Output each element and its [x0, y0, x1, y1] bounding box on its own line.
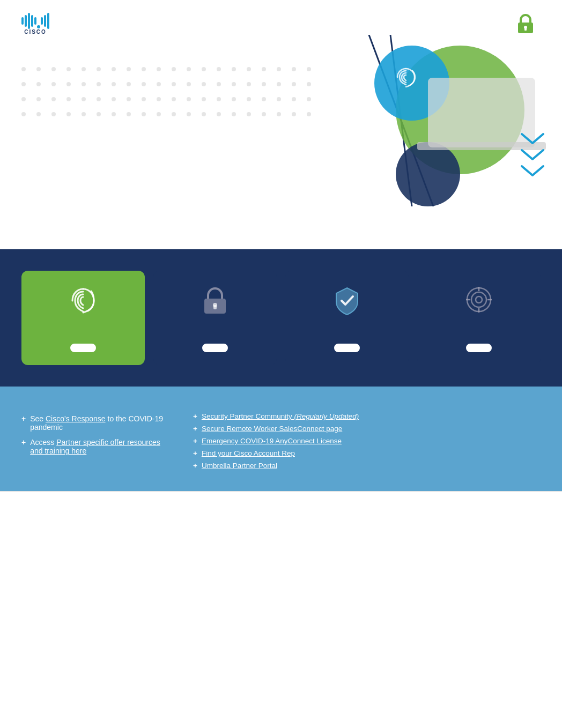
page-footer [0, 491, 562, 509]
partner-link-item-anyconnect: Emergency COVID-19 AnyConnect License [193, 437, 541, 445]
svg-rect-6 [41, 17, 43, 25]
svg-point-5 [37, 25, 40, 28]
partner-resources-section: See Cisco's Response to the COVID-19 pan… [0, 387, 562, 491]
duo-learn-more-button[interactable] [70, 344, 96, 352]
anyconnect-lock-icon [201, 286, 229, 318]
partner-link-item-umbrella: Umbrella Partner Portal [193, 462, 541, 470]
lock-header-icon [516, 13, 535, 36]
umbrella-card [285, 271, 409, 365]
svg-point-22 [467, 288, 491, 311]
partner-link-item-salesconnect: Secure Remote Worker SalesConnect page [193, 425, 541, 433]
svg-rect-7 [44, 15, 46, 27]
fingerprint-hero-icon [393, 64, 419, 95]
umbrella-partner-link[interactable]: Umbrella Partner Portal [202, 462, 277, 470]
svg-rect-21 [213, 305, 217, 309]
account-rep-link[interactable]: Find your Cisco Account Rep [202, 449, 295, 457]
svg-rect-8 [47, 13, 49, 29]
hero-lines-svg [262, 35, 562, 206]
main-content [0, 228, 562, 239]
cisco-response-link[interactable]: Cisco's Response [46, 414, 106, 423]
cisco-logo: CISCO [21, 13, 58, 35]
duo-fingerprint-icon [68, 286, 98, 318]
partner-link-item-account-rep: Find your Cisco Account Rep [193, 449, 541, 457]
svg-rect-0 [21, 17, 24, 25]
cisco-logo-svg [21, 13, 49, 29]
svg-rect-2 [28, 13, 30, 29]
umbrella-shield-icon [333, 286, 361, 318]
umbrella-learn-more-button[interactable] [334, 344, 360, 352]
product-cards-section [0, 249, 562, 387]
svg-rect-11 [524, 27, 527, 31]
amp-card [417, 271, 541, 365]
partner-right-column: Security Partner Community (Regularly Up… [193, 404, 541, 474]
covid-anyconnect-link[interactable]: Emergency COVID-19 AnyConnect License [202, 437, 342, 445]
chevrons-decoration [519, 131, 546, 179]
svg-rect-4 [34, 17, 36, 25]
partner-left-column: See Cisco's Response to the COVID-19 pan… [21, 404, 172, 474]
cisco-wordmark: CISCO [24, 29, 47, 35]
anyconnect-learn-more-button[interactable] [202, 344, 228, 352]
partner-links-list: Security Partner Community (Regularly Up… [193, 412, 541, 470]
hero-graphics [262, 35, 562, 206]
partner-left-list: See Cisco's Response to the COVID-19 pan… [21, 414, 172, 455]
svg-point-24 [476, 296, 482, 303]
svg-rect-3 [31, 15, 33, 27]
page-header: CISCO [0, 0, 562, 35]
svg-rect-1 [25, 15, 27, 27]
partner-link-item-community: Security Partner Community (Regularly Up… [193, 412, 541, 420]
security-community-link[interactable]: Security Partner Community (Regularly Up… [202, 412, 359, 420]
svg-point-23 [471, 292, 486, 307]
anyconnect-card [153, 271, 277, 365]
hero-section: const dotsGrid = document.querySelector(… [0, 35, 562, 217]
partner-resources-link[interactable]: Partner specific offer resources and tra… [30, 438, 160, 455]
amp-learn-more-button[interactable] [466, 344, 492, 352]
salesconnect-link[interactable]: Secure Remote Worker SalesConnect page [202, 425, 342, 433]
partner-item-training: Access Partner specific offer resources … [21, 438, 172, 455]
duo-card [21, 271, 145, 365]
svg-point-16 [396, 142, 460, 206]
partner-item-covid: See Cisco's Response to the COVID-19 pan… [21, 414, 172, 432]
amp-target-icon [465, 286, 493, 316]
